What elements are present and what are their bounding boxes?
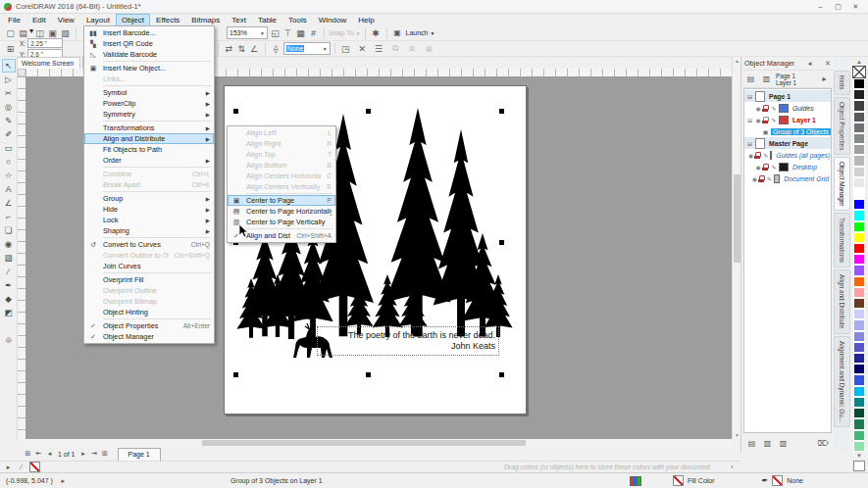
selection-handle[interactable] bbox=[366, 372, 371, 377]
connector-tool[interactable]: ⌐ bbox=[2, 210, 16, 223]
lock-icon[interactable] bbox=[763, 105, 769, 110]
outline-pen-tool[interactable]: ✒ bbox=[2, 278, 16, 292]
color-swatch-1f7a4d[interactable] bbox=[853, 418, 865, 429]
menu-table[interactable]: Table bbox=[252, 14, 282, 26]
status-flyout-icon[interactable]: ▸ bbox=[59, 477, 68, 485]
color-swatch-46b377[interactable] bbox=[853, 430, 865, 441]
rectangle-tool[interactable]: ▭ bbox=[2, 141, 16, 155]
object-menu-fit-objects-to-path[interactable]: Fit Objects to Path bbox=[84, 144, 214, 155]
color-swatch-000000[interactable] bbox=[853, 78, 865, 89]
palette-scroll-right-icon[interactable]: › bbox=[728, 464, 737, 470]
object-menu-object-hinting[interactable]: Object Hinting bbox=[84, 307, 214, 317]
om-flyout-icon[interactable]: ▸ bbox=[818, 73, 831, 85]
color-swatch-5555cc[interactable] bbox=[853, 342, 865, 353]
expander-icon[interactable]: ⊟ bbox=[746, 117, 753, 123]
menu-tools[interactable]: Tools bbox=[282, 14, 313, 26]
menu-window[interactable]: Window bbox=[313, 14, 352, 26]
ruler-origin[interactable] bbox=[18, 69, 26, 76]
polygon-tool[interactable]: ☆ bbox=[2, 169, 16, 182]
color-swatch-ff6600[interactable] bbox=[853, 276, 865, 287]
selection-handle[interactable] bbox=[366, 109, 371, 114]
tree-item-layer-1[interactable]: ⊟◉✎Layer 1 bbox=[744, 114, 831, 125]
close-button[interactable]: ✕ bbox=[847, 1, 864, 13]
selection-handle[interactable] bbox=[499, 240, 504, 245]
object-menu-powerclip[interactable]: PowerClip▶ bbox=[84, 98, 214, 109]
tree-item-guides-all-pages[interactable]: ◉✎Guides (all pages) bbox=[744, 149, 831, 161]
color-swatch-0a4a33[interactable] bbox=[853, 408, 865, 418]
contour-tool[interactable]: ◉ bbox=[2, 237, 16, 251]
object-menu-insert-barcode[interactable]: ▮▮Insert Barcode... bbox=[84, 27, 214, 38]
color-swatch-0000ff[interactable] bbox=[853, 199, 865, 210]
docker-tab-object-manager[interactable]: Object Manager bbox=[834, 157, 850, 211]
menu-effects[interactable]: Effects bbox=[150, 14, 185, 26]
object-menu-align-and-distribute[interactable]: Align and Distribute▶ bbox=[84, 133, 214, 144]
selection-handle[interactable] bbox=[233, 372, 238, 377]
docker-tab-transformations[interactable]: Transformations bbox=[834, 213, 850, 268]
align-submenu-center-to-page-horizontally[interactable]: ▤Center to Page Horizontally bbox=[228, 206, 335, 217]
convert-to-curves-icon[interactable]: ✕ bbox=[356, 42, 369, 55]
color-swatch-a0a0a0[interactable] bbox=[853, 144, 865, 155]
docker-tab-object-properties[interactable]: Object Properties bbox=[834, 97, 850, 155]
menu-bitmaps[interactable]: Bitmaps bbox=[185, 14, 226, 26]
maximize-button[interactable]: ▢ bbox=[830, 1, 846, 13]
menu-help[interactable]: Help bbox=[352, 14, 380, 26]
object-menu-order[interactable]: Order▶ bbox=[84, 155, 214, 166]
palette-scroll-down-icon[interactable]: ▼ bbox=[856, 452, 862, 460]
edit-pencil-icon[interactable]: ✎ bbox=[771, 105, 777, 112]
object-menu-lock[interactable]: Lock▶ bbox=[84, 215, 214, 225]
horizontal-scrollbar[interactable] bbox=[26, 439, 732, 447]
fill-none-icon[interactable] bbox=[673, 475, 684, 486]
crop-tool[interactable]: ✂ bbox=[2, 86, 16, 100]
visibility-eye-icon[interactable]: ◉ bbox=[748, 152, 753, 159]
eyedropper-icon[interactable]: ∕ bbox=[17, 464, 26, 470]
visibility-eye-icon[interactable]: ◉ bbox=[752, 175, 757, 182]
shape-tool[interactable]: ▷ bbox=[2, 73, 16, 86]
docker-tab-align-and-distribute[interactable]: Align and Distribute bbox=[834, 269, 850, 333]
no-color-swatch[interactable] bbox=[29, 462, 40, 472]
color-swatch-707070[interactable] bbox=[853, 122, 865, 133]
edit-pencil-icon[interactable]: ✎ bbox=[767, 175, 772, 182]
edit-pencil-icon[interactable]: ✎ bbox=[763, 152, 768, 159]
color-swatch-ff9e9e[interactable] bbox=[853, 287, 865, 298]
object-menu-transformations[interactable]: Transformations▶ bbox=[84, 122, 214, 133]
palette-no-color-swatch[interactable] bbox=[852, 66, 866, 78]
color-swatch-404040[interactable] bbox=[853, 100, 865, 111]
expander-icon[interactable]: ⊟ bbox=[746, 140, 753, 147]
x-position-field[interactable]: 2.25 " bbox=[27, 38, 63, 48]
outline-width-combo[interactable]: None ▼ bbox=[283, 42, 331, 55]
color-swatch-008888[interactable] bbox=[853, 397, 865, 408]
tree-item-page-1[interactable]: ⊟Page 1 bbox=[744, 90, 832, 102]
pick-tool[interactable]: ↖ bbox=[2, 59, 16, 73]
mirror-vertical-icon[interactable]: ⇅ bbox=[235, 42, 248, 55]
docker-close-icon[interactable]: ✕ bbox=[825, 59, 831, 68]
color-swatch-e8e8e8[interactable] bbox=[853, 177, 865, 188]
next-page-icon[interactable]: ▸ bbox=[79, 450, 88, 458]
selection-handle[interactable] bbox=[233, 109, 238, 114]
color-swatch-00ff00[interactable] bbox=[853, 221, 865, 232]
color-swatch-8888dd[interactable] bbox=[853, 331, 865, 342]
visibility-eye-icon[interactable]: ◉ bbox=[755, 164, 761, 171]
color-swatch-585858[interactable] bbox=[853, 112, 865, 122]
docker-tab-alignment-and-dynamic-gu[interactable]: Alignment and Dynamic Gu... bbox=[834, 336, 850, 427]
lock-icon[interactable] bbox=[763, 117, 769, 122]
color-swatch-00bbee[interactable] bbox=[853, 386, 865, 397]
transparency-tool[interactable]: ▨ bbox=[2, 251, 16, 265]
quote-text-frame[interactable]: The poetry of the earth is never dead. J… bbox=[317, 326, 499, 356]
menu-object[interactable]: Object bbox=[116, 14, 150, 26]
color-swatch-222299[interactable] bbox=[853, 353, 865, 364]
menu-text[interactable]: Text bbox=[226, 14, 252, 26]
zoom-tool[interactable]: ◎ bbox=[2, 100, 16, 114]
color-swatch-b8b8b8[interactable] bbox=[853, 155, 865, 166]
visibility-eye-icon[interactable]: ◉ bbox=[755, 105, 761, 112]
edit-across-layers-icon[interactable]: ▥ bbox=[760, 73, 773, 85]
object-menu-insert-new-object[interactable]: ▣Insert New Object... bbox=[84, 63, 214, 73]
fullscreen-preview-icon[interactable]: ◱ bbox=[269, 26, 281, 39]
show-guidelines-icon[interactable]: # bbox=[307, 26, 320, 39]
interactive-fill-tool[interactable]: ◩ bbox=[2, 306, 16, 319]
palette-flyout-icon[interactable]: ▸ bbox=[4, 464, 13, 471]
lock-icon[interactable] bbox=[755, 152, 761, 157]
ellipse-tool[interactable]: ○ bbox=[2, 155, 16, 169]
align-submenu-center-to-page[interactable]: ▣Center to PageP bbox=[228, 195, 335, 206]
outline-none-icon[interactable] bbox=[772, 475, 783, 486]
color-swatch-888888[interactable] bbox=[853, 133, 865, 144]
